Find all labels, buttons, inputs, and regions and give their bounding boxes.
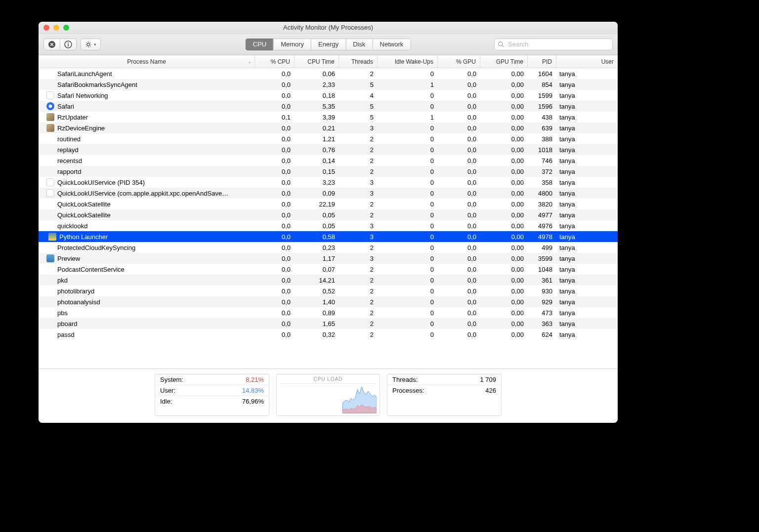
col-user[interactable]: User [556, 55, 618, 68]
process-row[interactable]: SafariBookmarksSyncAgent0,02,33510,00,00… [39, 79, 618, 90]
cell-ctime: 0,15 [295, 168, 339, 175]
process-row[interactable]: photoanalysisd0,01,40200,00,00929tanya [39, 296, 618, 307]
process-row[interactable]: RzDeviceEngine0,00,21300,00,00639tanya [39, 123, 618, 133]
cell-thr: 3 [339, 190, 378, 197]
process-icon [46, 244, 54, 251]
cell-gtime: 0,00 [480, 287, 528, 295]
minimize-window-button[interactable] [53, 25, 59, 31]
cell-pid: 746 [528, 157, 556, 164]
cell-gpu: 0,0 [438, 201, 480, 208]
process-icon [46, 254, 54, 262]
process-row[interactable]: pboard0,01,65200,00,00363tanya [39, 318, 618, 329]
process-row[interactable]: recentsd0,00,14200,00,00746tanya [39, 155, 618, 166]
process-row[interactable]: pkd0,014,21200,00,00361tanya [39, 275, 618, 286]
cell-gpu: 0,0 [438, 179, 480, 186]
cell-name: Python Launcher [39, 233, 255, 241]
process-row[interactable]: SafariLaunchAgent0,00,06200,00,001604tan… [39, 68, 618, 79]
cell-gpu: 0,0 [438, 124, 480, 132]
cell-gtime: 0,00 [480, 135, 528, 143]
tab-cpu[interactable]: CPU [246, 39, 273, 50]
process-row[interactable]: QuickLookSatellite0,022,19200,00,003820t… [39, 199, 618, 209]
process-row[interactable]: photolibraryd0,00,52200,00,00930tanya [39, 286, 618, 296]
process-row[interactable]: QuickLookUIService (PID 354)0,03,23300,0… [39, 177, 618, 188]
col-gpu[interactable]: % GPU [438, 55, 480, 68]
search-input[interactable] [507, 40, 609, 48]
cell-cpu: 0,0 [255, 157, 295, 164]
cell-name: passd [39, 330, 255, 338]
process-row[interactable]: Safari Networking0,00,18400,00,001599tan… [39, 90, 618, 101]
search-icon [498, 41, 504, 47]
cell-cpu: 0,0 [255, 211, 295, 219]
process-row[interactable]: QuickLookUIService (com.apple.appkit.xpc… [39, 188, 618, 199]
cell-name: QuickLookSatellite [39, 211, 255, 219]
process-row[interactable]: passd0,00,32200,00,00624tanya [39, 329, 618, 340]
cell-gpu: 0,0 [438, 70, 480, 78]
cell-gtime: 0,00 [480, 124, 528, 132]
process-row[interactable]: routined0,01,21200,00,00388tanya [39, 133, 618, 144]
process-row[interactable]: Safari0,05,35500,00,001596tanya [39, 101, 618, 112]
process-row[interactable]: QuickLookSatellite0,00,05200,00,004977ta… [39, 209, 618, 220]
cell-iwu: 0 [378, 222, 438, 230]
system-label: System: [160, 376, 183, 383]
col-threads[interactable]: Threads [339, 55, 378, 68]
process-row[interactable]: PodcastContentService0,00,07200,00,00104… [39, 264, 618, 275]
cell-cpu: 0,0 [255, 287, 295, 295]
col-idle-wakeups[interactable]: Idle Wake-Ups [378, 55, 438, 68]
cell-name: Safari [39, 102, 255, 110]
cell-thr: 3 [339, 255, 378, 262]
view-options-menu[interactable]: ▾ [81, 39, 101, 50]
processes-value: 426 [485, 387, 496, 394]
cell-thr: 2 [339, 157, 378, 164]
cell-user: tanya [556, 135, 618, 143]
process-icon [46, 113, 54, 121]
process-name-label: pkd [57, 277, 68, 284]
cell-user: tanya [556, 233, 618, 241]
process-row[interactable]: Preview0,01,17300,00,003599tanya [39, 253, 618, 264]
cell-name: SafariLaunchAgent [39, 70, 255, 78]
process-row[interactable]: pbs0,00,89200,00,00473tanya [39, 307, 618, 318]
cell-iwu: 0 [378, 201, 438, 208]
tab-network[interactable]: Network [373, 39, 411, 50]
process-icon [46, 70, 54, 78]
col-pid[interactable]: PID [528, 55, 556, 68]
col-gpu-time[interactable]: GPU Time [480, 55, 528, 68]
process-name-label: photoanalysisd [57, 298, 100, 306]
cell-ctime: 0,14 [295, 157, 339, 164]
process-row[interactable]: replayd0,00,76200,00,001018tanya [39, 144, 618, 155]
process-name-label: PodcastContentService [57, 266, 125, 273]
tab-disk[interactable]: Disk [345, 39, 372, 50]
cell-thr: 2 [339, 70, 378, 78]
tab-memory[interactable]: Memory [273, 39, 311, 50]
process-row[interactable]: Python Launcher0,00,58300,00,004978tanya [39, 231, 618, 242]
process-row[interactable]: rapportd0,00,15200,00,00372tanya [39, 166, 618, 177]
toolbar-left-group [43, 39, 77, 50]
cell-gpu: 0,0 [438, 266, 480, 273]
tab-energy[interactable]: Energy [311, 39, 345, 50]
cell-gpu: 0,0 [438, 277, 480, 284]
process-icon [46, 287, 54, 295]
cell-cpu: 0,0 [255, 146, 295, 154]
maximize-window-button[interactable] [63, 25, 69, 31]
col-cpu-time[interactable]: CPU Time [295, 55, 339, 68]
cell-pid: 624 [528, 331, 556, 338]
cell-cpu: 0,0 [255, 309, 295, 317]
cell-iwu: 0 [378, 298, 438, 306]
cell-iwu: 0 [378, 244, 438, 251]
cell-pid: 361 [528, 277, 556, 284]
close-window-button[interactable] [43, 25, 49, 31]
col-process-name[interactable]: Process Name⌄ [39, 55, 255, 68]
cell-gtime: 0,00 [480, 157, 528, 164]
inspect-process-button[interactable] [60, 39, 77, 50]
cell-gpu: 0,0 [438, 309, 480, 317]
process-row[interactable]: quicklookd0,00,05300,00,004976tanya [39, 220, 618, 231]
process-row[interactable]: RzUpdater0,13,39510,00,00438tanya [39, 112, 618, 123]
process-row[interactable]: ProtectedCloudKeySyncing0,00,23200,00,00… [39, 242, 618, 253]
col-cpu[interactable]: % CPU [255, 55, 295, 68]
cell-thr: 3 [339, 124, 378, 132]
tab-segmented-control: CPU Memory Energy Disk Network [246, 39, 411, 50]
user-label: User: [160, 387, 175, 394]
cell-gtime: 0,00 [480, 244, 528, 251]
stop-process-button[interactable] [43, 39, 60, 50]
search-field[interactable] [494, 39, 613, 50]
process-table-body[interactable]: SafariLaunchAgent0,00,06200,00,001604tan… [39, 68, 618, 368]
